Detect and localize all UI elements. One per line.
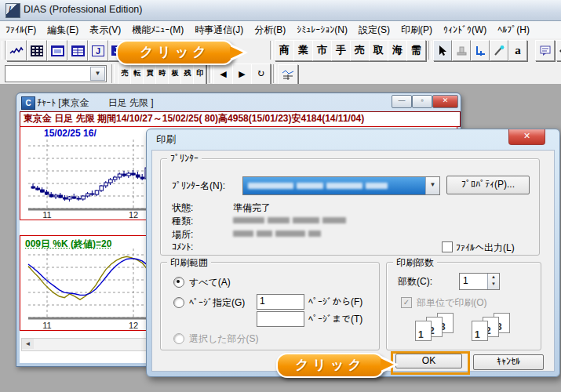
mini-button-kai[interactable]: 買 xyxy=(143,64,156,85)
close-button[interactable]: ✕ xyxy=(432,95,458,108)
toolbar-separator xyxy=(111,64,115,83)
page-to-input[interactable] xyxy=(257,311,304,327)
window-title: DIAS (Professional Edition) xyxy=(24,4,142,15)
zigzag-indicator-icon xyxy=(282,70,294,81)
mini-button-ita[interactable]: 板 xyxy=(168,64,181,85)
j-icon: J xyxy=(92,45,104,56)
print-to-file-label: ﾌｧｲﾙへ出力(L) xyxy=(456,241,515,255)
axis-button[interactable] xyxy=(471,40,490,61)
callout-arrow-icon xyxy=(381,358,394,371)
select-cursor-button[interactable] xyxy=(433,40,452,61)
comment-label: ｺﾒﾝﾄ: xyxy=(172,241,193,252)
pen-icon xyxy=(494,45,505,56)
note-icon xyxy=(540,45,551,56)
pane-split-button[interactable] xyxy=(556,40,561,61)
type-label: 種類: xyxy=(172,215,193,228)
trade-button-kai[interactable]: 海 xyxy=(388,40,407,61)
menu-edit[interactable]: 編集(E) xyxy=(42,22,84,38)
printer-name-combobox[interactable]: ▼ xyxy=(242,176,440,195)
app-logo-icon: / xyxy=(5,3,20,18)
status-label: 状態: xyxy=(172,201,193,215)
symbol-combobox[interactable]: ▼ xyxy=(5,65,107,82)
table-window-icon xyxy=(71,45,85,56)
scroll-left-arrow[interactable]: ◄ xyxy=(22,339,34,349)
refresh-button[interactable]: ↻ xyxy=(251,64,271,85)
properties-button[interactable]: ﾌﾟﾛﾊﾟﾃｨ(P)... xyxy=(446,176,530,194)
stepper-arrows[interactable]: ▲ ▼ xyxy=(487,274,499,289)
trade-button-uri[interactable]: 売 xyxy=(350,40,370,61)
note-button[interactable] xyxy=(535,40,555,61)
stamp-button[interactable] xyxy=(452,40,471,61)
stepper-up-icon: ▲ xyxy=(488,274,499,281)
document-window-icon xyxy=(51,45,64,56)
page-from-label: ﾍﾟｰｼﾞから(F) xyxy=(308,296,362,307)
copies-stepper[interactable]: 1 ▲ ▼ xyxy=(459,273,500,290)
trade-button-tori[interactable]: 取 xyxy=(369,40,388,61)
menu-settings[interactable]: 設定(S) xyxy=(353,22,395,38)
cancel-button[interactable]: ｷｬﾝｾﾙ xyxy=(473,354,544,370)
stepper-down-icon: ▼ xyxy=(488,281,499,288)
print-range-group: 印刷範囲 すべて(A) ﾍﾟｰｼﾞ指定(G) 1 ﾍﾟｰｼﾞから(F) ﾍﾟｰｼ… xyxy=(160,262,380,350)
price-board-button[interactable] xyxy=(27,40,47,61)
prev-button[interactable]: ◀ xyxy=(213,64,233,85)
x-axis-label: 11 xyxy=(39,321,55,330)
chevron-down-icon[interactable]: ▼ xyxy=(425,177,439,194)
range-pages-label: ﾍﾟｰｼﾞ指定(G) xyxy=(189,296,245,310)
menu-simulation[interactable]: ｼﾐｭﾚｰｼｮﾝ(N) xyxy=(291,23,353,37)
collate-pages-icon: 3 2 1 xyxy=(472,313,514,341)
trade-button-ju[interactable]: 需 xyxy=(406,40,426,61)
menu-view[interactable]: 表示(V) xyxy=(84,22,126,38)
trade-button-te[interactable]: 手 xyxy=(331,40,351,61)
chart-header-text: 東京金 日足 先限 期間14/10/27～15/02/25( 80)高4958(… xyxy=(20,111,461,127)
copies-group: 印刷部数 部数(C): 1 ▲ ▼ ✓ 部単位で印刷(O) 3 2 1 xyxy=(386,262,541,350)
location-label: 場所: xyxy=(172,228,193,241)
cursor-icon xyxy=(438,45,447,56)
chevron-down-icon[interactable]: ▼ xyxy=(90,67,105,81)
document-window-button[interactable] xyxy=(47,40,67,61)
chart-button[interactable] xyxy=(6,40,27,61)
ok-button[interactable]: OK xyxy=(395,354,462,368)
table-window-button[interactable] xyxy=(67,40,88,61)
copies-value: 1 xyxy=(463,275,468,286)
redacted-printer-name xyxy=(248,183,388,189)
menu-function[interactable]: 機能ﾒﾆｭｰ(M) xyxy=(126,22,189,38)
range-all-label: すべて(A) xyxy=(189,276,231,289)
redacted-printer-location xyxy=(233,230,321,237)
click-callout-bubble: クリック xyxy=(276,353,384,378)
indicator-label: 009日 %K (終値)=20 xyxy=(25,238,111,251)
menu-window[interactable]: ｳｨﾝﾄﾞｳ(W) xyxy=(438,23,492,37)
menu-jiji-news[interactable]: 時事通信(J) xyxy=(189,22,249,38)
mini-button-zan[interactable]: 残 xyxy=(180,64,194,85)
click-callout-bubble: クリック xyxy=(116,40,234,65)
print-to-file-checkbox[interactable] xyxy=(442,241,453,252)
toolbar-separator xyxy=(270,41,273,60)
toolbar-separator xyxy=(273,64,276,83)
x-axis-label: 11 xyxy=(39,210,55,220)
trade-button-gyou[interactable]: 業 xyxy=(293,40,313,61)
next-button[interactable]: ▶ xyxy=(232,64,252,85)
page-from-input[interactable]: 1 xyxy=(257,294,304,310)
ok-button-highlight: OK xyxy=(391,351,470,375)
j-window-button[interactable]: J xyxy=(88,40,108,61)
print-dialog: 印刷 ✕ ﾌﾟﾘﾝﾀｰ ﾌﾟﾘﾝﾀｰ名(N): ▼ ﾌﾟﾛﾊﾟﾃｨ(P)... … xyxy=(146,129,560,377)
range-all-radio[interactable] xyxy=(173,277,184,288)
dialog-close-button[interactable]: ✕ xyxy=(508,129,545,145)
text-button[interactable]: a xyxy=(508,40,527,61)
menu-file[interactable]: ﾌｧｲﾙ(F) xyxy=(0,23,42,37)
trade-button-shi[interactable]: 市 xyxy=(312,40,332,61)
click-callout-ok: クリック xyxy=(276,353,402,379)
indicator-toggle-button[interactable] xyxy=(278,64,298,85)
menu-help[interactable]: ﾍﾙﾌﾟ(H) xyxy=(492,23,535,37)
mini-button-ten[interactable]: 転 xyxy=(130,64,144,85)
menu-print[interactable]: 印刷(P) xyxy=(395,22,438,38)
pen-button[interactable] xyxy=(490,40,508,61)
range-pages-radio[interactable] xyxy=(173,297,184,308)
trade-button-shou[interactable]: 商 xyxy=(275,40,294,61)
minimize-button[interactable]: — xyxy=(392,95,412,108)
mini-button-in[interactable]: 印 xyxy=(193,64,206,85)
stamp-icon xyxy=(457,45,467,56)
mini-button-baibai[interactable]: 売買 xyxy=(118,64,131,85)
mini-button-toki[interactable]: 時 xyxy=(155,64,169,85)
menu-analysis[interactable]: 分析(B) xyxy=(249,22,291,38)
restore-button[interactable]: ▫ xyxy=(412,95,432,108)
